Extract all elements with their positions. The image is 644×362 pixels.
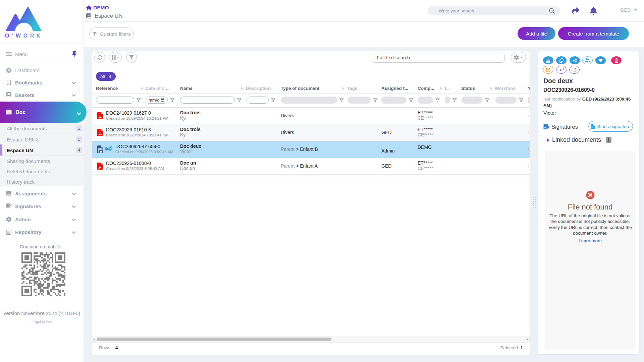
svg-text:O’WORK: O’WORK: [5, 33, 43, 39]
